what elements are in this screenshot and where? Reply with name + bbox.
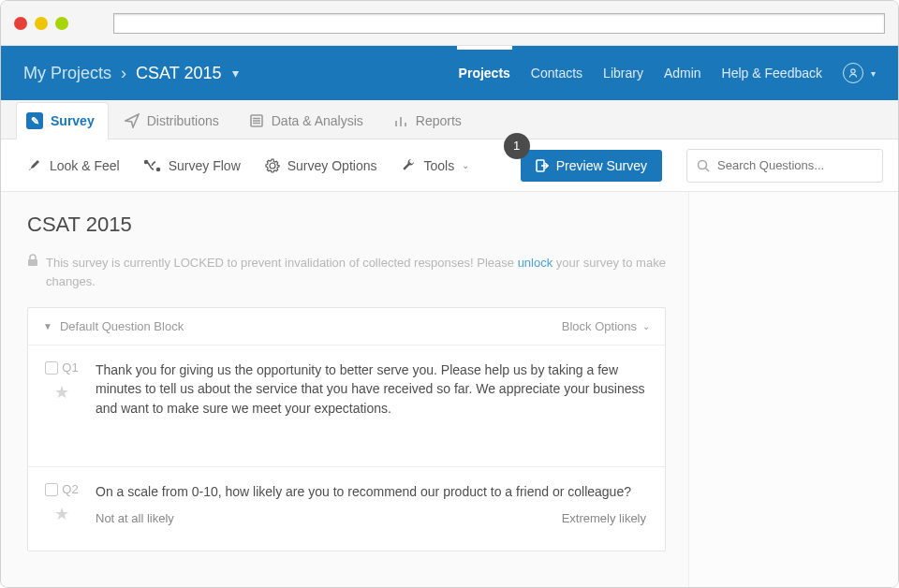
tab-distributions[interactable]: Distributions [114,103,233,139]
tab-data[interactable]: Data & Analysis [239,103,377,139]
svg-point-8 [156,168,159,170]
svg-point-9 [144,160,147,163]
question-id: Q2 [62,482,78,496]
nav-library[interactable]: Library [603,47,643,99]
flow-icon [144,158,161,173]
question-body[interactable]: On a scale from 0-10, how likely are you… [96,482,646,528]
question-id: Q1 [62,360,78,375]
question-row[interactable]: Q2 ★ On a scale from 0-10, how likely ar… [28,467,665,551]
question-text[interactable]: Thank you for giving us the opportunity … [96,360,646,444]
nav-projects[interactable]: Projects [459,47,510,99]
close-window-icon[interactable] [14,17,27,30]
breadcrumb-root[interactable]: My Projects [23,64,111,83]
bar-chart-icon [393,113,408,128]
question-checkbox[interactable] [45,361,58,375]
scale-left-label: Not at all likely [96,510,174,528]
survey-toolbar: Look & Feel Survey Flow Survey Options T… [1,140,898,192]
search-questions[interactable] [686,149,883,183]
gear-icon [265,158,280,173]
annotation-badge: 1 [504,133,530,159]
address-bar[interactable] [113,13,885,34]
block-name[interactable]: Default Question Block [60,319,184,333]
svg-point-11 [699,160,707,169]
chevron-down-icon[interactable]: ▾ [232,66,239,81]
preview-survey-button[interactable]: 1 Preview Survey [521,150,662,182]
search-icon [697,159,710,172]
scale-labels: Not at all likely Extremely likely [96,510,646,528]
lock-icon [27,254,38,290]
svg-rect-13 [28,259,37,266]
wrench-icon [401,158,416,173]
svg-point-0 [851,69,855,73]
nav-admin[interactable]: Admin [664,47,701,99]
question-text: On a scale from 0-10, how likely are you… [96,482,646,501]
chevron-down-icon[interactable]: ▾ [871,68,876,79]
minimize-window-icon[interactable] [35,17,48,30]
tab-label: Survey [51,113,95,128]
block-options-label: Block Options [562,319,637,333]
side-panel [688,192,898,587]
scale-right-label: Extremely likely [562,510,646,528]
user-menu-icon[interactable] [843,63,863,83]
list-icon [249,113,264,128]
window-controls [14,17,68,30]
block-options-dropdown[interactable]: Block Options ⌄ [562,319,650,333]
question-checkbox[interactable] [45,483,58,496]
content-area: CSAT 2015 This survey is currently LOCKE… [1,192,898,587]
question-block: ▼ Default Question Block Block Options ⌄… [27,307,666,551]
app-window: My Projects › CSAT 2015 ▾ Projects Conta… [0,0,899,588]
lock-text: This survey is currently LOCKED to preve… [46,254,666,290]
tool-label: Survey Flow [169,158,241,173]
export-icon [536,159,549,172]
lock-notice: This survey is currently LOCKED to preve… [27,254,666,290]
nav-contacts[interactable]: Contacts [531,47,582,99]
question-row[interactable]: Q1 ★ Thank you for giving us the opportu… [28,345,665,467]
nav-help[interactable]: Help & Feedback [722,47,822,99]
tool-label: Tools [423,158,454,173]
button-label: Preview Survey [556,158,647,173]
pencil-icon: ✎ [26,112,43,129]
titlebar [1,1,898,46]
tab-survey[interactable]: ✎ Survey [16,102,109,140]
paper-plane-icon [125,113,140,128]
collapse-icon[interactable]: ▼ [43,321,52,331]
chevron-down-icon: ⌄ [642,321,650,331]
paintbrush-icon [27,158,42,173]
tab-label: Data & Analysis [272,113,363,128]
block-header: ▼ Default Question Block Block Options ⌄ [28,308,665,345]
tool-label: Look & Feel [50,158,120,173]
breadcrumb-current[interactable]: CSAT 2015 [136,64,221,83]
top-nav: My Projects › CSAT 2015 ▾ Projects Conta… [1,46,898,100]
look-and-feel-button[interactable]: Look & Feel [27,158,120,173]
question-meta: Q2 ★ [41,482,82,528]
search-input[interactable] [717,158,875,172]
star-icon[interactable]: ★ [54,504,69,524]
tab-reports[interactable]: Reports [383,103,476,139]
survey-title: CSAT 2015 [27,213,666,237]
star-icon[interactable]: ★ [54,382,69,403]
tool-label: Survey Options [287,158,377,173]
breadcrumb[interactable]: My Projects › CSAT 2015 ▾ [23,64,239,83]
tab-label: Reports [416,113,462,128]
survey-flow-button[interactable]: Survey Flow [144,158,241,173]
top-nav-links: Projects Contacts Library Admin Help & F… [459,47,876,99]
survey-editor: CSAT 2015 This survey is currently LOCKE… [1,192,688,587]
unlock-link[interactable]: unlock [518,256,553,270]
chevron-down-icon: ⌄ [462,160,469,170]
sub-tabs: ✎ Survey Distributions Data & Analysis R… [1,100,898,140]
question-meta: Q1 ★ [41,360,82,444]
survey-options-button[interactable]: Survey Options [265,158,377,173]
zoom-window-icon[interactable] [55,17,68,30]
tab-label: Distributions [147,113,219,128]
tools-dropdown[interactable]: Tools ⌄ [401,158,469,173]
svg-line-12 [706,168,710,171]
breadcrumb-separator-icon: › [121,64,126,83]
